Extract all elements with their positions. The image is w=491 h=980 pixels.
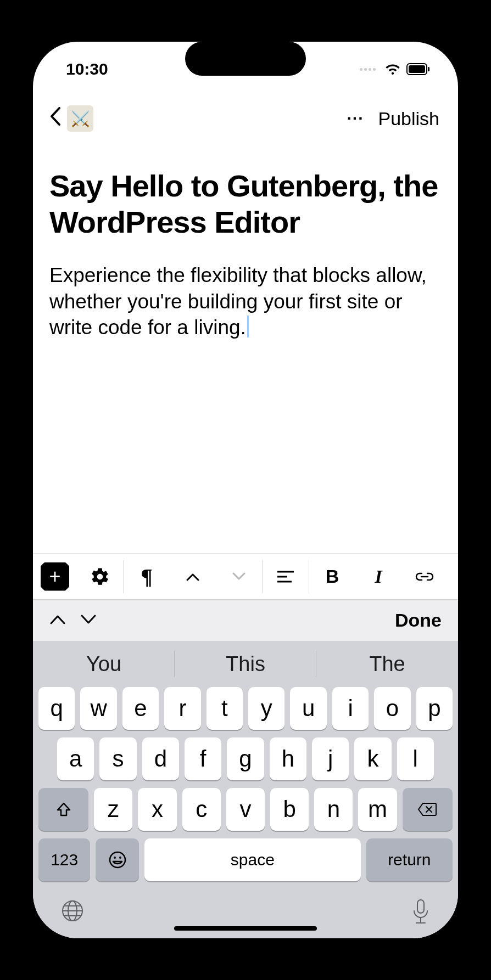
return-key[interactable]: return <box>366 838 453 881</box>
key-k[interactable]: k <box>354 737 391 780</box>
publish-button[interactable]: Publish <box>376 108 442 129</box>
space-key[interactable]: space <box>144 838 360 881</box>
key-t[interactable]: t <box>207 687 243 730</box>
key-r[interactable]: r <box>164 687 200 730</box>
text-cursor <box>247 316 249 337</box>
keyboard-row-3: z x c v b n m <box>33 788 458 831</box>
key-n[interactable]: n <box>314 788 353 831</box>
gear-icon <box>90 567 110 587</box>
key-b[interactable]: b <box>270 788 309 831</box>
key-c[interactable]: c <box>182 788 221 831</box>
backspace-key[interactable] <box>403 788 453 831</box>
key-o[interactable]: o <box>374 687 410 730</box>
wifi-icon <box>384 63 401 75</box>
svg-point-7 <box>114 857 116 859</box>
key-i[interactable]: i <box>332 687 369 730</box>
key-z[interactable]: z <box>94 788 132 831</box>
key-w[interactable]: w <box>80 687 116 730</box>
key-j[interactable]: j <box>312 737 349 780</box>
keyboard-suggestions: You This The <box>33 641 458 687</box>
key-l[interactable]: l <box>397 737 434 780</box>
dictation-key[interactable] <box>411 899 431 927</box>
backspace-icon <box>417 802 437 816</box>
svg-point-8 <box>119 857 121 859</box>
globe-key[interactable] <box>60 899 85 927</box>
key-p[interactable]: p <box>416 687 453 730</box>
key-y[interactable]: y <box>248 687 284 730</box>
keyboard-row-1: q w e r t y u i o p <box>33 687 458 730</box>
svg-rect-1 <box>409 65 425 73</box>
key-u[interactable]: u <box>290 687 326 730</box>
keyboard-accessory-bar: Done <box>33 599 458 641</box>
align-left-icon <box>277 570 294 583</box>
post-title[interactable]: Say Hello to Gutenberg, the WordPress Ed… <box>49 168 442 240</box>
keyboard-done-button[interactable]: Done <box>395 610 442 631</box>
site-icon[interactable]: ⚔️ <box>67 105 93 132</box>
emoji-icon <box>108 851 127 869</box>
move-up-button[interactable] <box>170 554 216 600</box>
key-h[interactable]: h <box>270 737 306 780</box>
key-s[interactable]: s <box>99 737 136 780</box>
chevron-up-icon <box>186 572 199 581</box>
block-settings-button[interactable] <box>77 554 123 600</box>
key-d[interactable]: d <box>142 737 179 780</box>
key-e[interactable]: e <box>122 687 159 730</box>
chevron-up-icon <box>49 614 66 625</box>
suggestion-3[interactable]: The <box>316 641 458 687</box>
cellular-dots-icon <box>360 68 376 71</box>
suggestion-1[interactable]: You <box>33 641 175 687</box>
key-q[interactable]: q <box>38 687 75 730</box>
key-g[interactable]: g <box>227 737 264 780</box>
more-menu-button[interactable]: ··· <box>340 109 370 128</box>
back-button[interactable] <box>49 107 62 130</box>
suggestion-2[interactable]: This <box>175 641 316 687</box>
status-time: 10:30 <box>66 60 108 78</box>
key-x[interactable]: x <box>138 788 176 831</box>
globe-icon <box>60 899 85 923</box>
navbar: ⚔️ ··· Publish <box>33 97 458 140</box>
bold-button[interactable]: B <box>309 554 355 600</box>
prev-field-button[interactable] <box>49 614 66 627</box>
svg-rect-2 <box>428 67 429 71</box>
key-v[interactable]: v <box>226 788 265 831</box>
svg-rect-12 <box>417 900 424 913</box>
svg-point-6 <box>110 852 125 868</box>
paragraph-block[interactable]: Experience the flexibility that blocks a… <box>49 262 442 340</box>
keyboard-row-2: a s d f g h j k l <box>33 737 458 780</box>
paragraph-button[interactable]: ¶ <box>124 554 170 600</box>
next-field-button[interactable] <box>80 614 97 627</box>
status-indicators <box>360 63 431 75</box>
keyboard-row-4: 123 space return <box>33 838 458 881</box>
key-a[interactable]: a <box>57 737 94 780</box>
keyboard-bottom-row <box>33 889 458 927</box>
numeric-key[interactable]: 123 <box>38 838 90 881</box>
keyboard: You This The q w e r t y u i o p a s d f <box>33 641 458 938</box>
chevron-down-icon <box>232 572 245 581</box>
align-button[interactable] <box>263 554 309 600</box>
home-indicator[interactable] <box>174 926 317 931</box>
editor-canvas[interactable]: Say Hello to Gutenberg, the WordPress Ed… <box>33 140 458 553</box>
link-icon <box>415 571 434 582</box>
link-button[interactable] <box>401 554 448 600</box>
microphone-icon <box>411 899 431 925</box>
block-toolbar: + ¶ B I <box>33 553 458 599</box>
key-f[interactable]: f <box>185 737 221 780</box>
emoji-key[interactable] <box>96 838 139 881</box>
paragraph-text: Experience the flexibility that blocks a… <box>49 264 427 339</box>
shift-key[interactable] <box>38 788 88 831</box>
key-m[interactable]: m <box>358 788 397 831</box>
add-block-button[interactable]: + <box>41 562 69 591</box>
italic-button[interactable]: I <box>355 554 401 600</box>
shift-icon <box>55 801 72 818</box>
move-down-button[interactable] <box>216 554 262 600</box>
battery-icon <box>406 63 431 75</box>
chevron-down-icon <box>80 614 97 625</box>
